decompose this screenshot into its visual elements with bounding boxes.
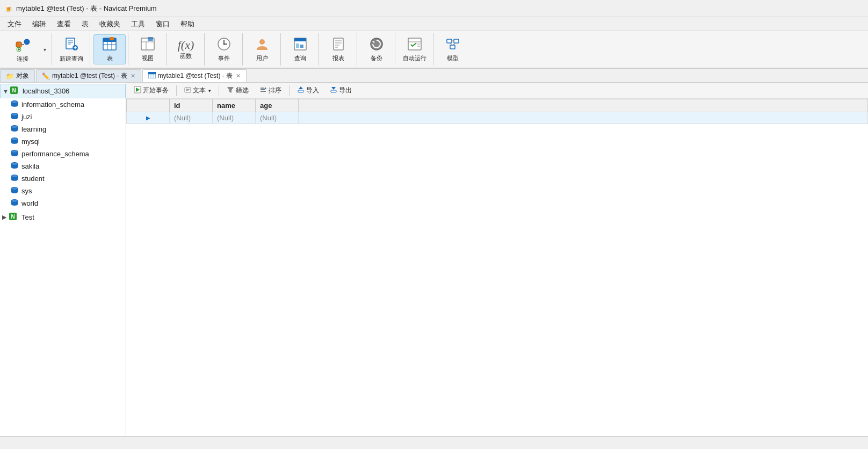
sort-icon: [259, 86, 267, 95]
toolbar-backup-button[interactable]: 备份: [360, 34, 393, 64]
menu-table[interactable]: 表: [76, 18, 94, 30]
toolbar-model-button[interactable]: 模型: [437, 34, 469, 64]
export-icon: [330, 86, 337, 95]
menu-bar: 文件 编辑 查看 表 收藏夹 工具 窗口 帮助: [0, 17, 868, 31]
test-label: Test: [21, 213, 34, 221]
db-label-student: student: [21, 175, 45, 183]
column-header-id[interactable]: id: [170, 99, 213, 112]
svg-marker-87: [299, 86, 303, 89]
import-icon: [297, 86, 305, 95]
view-label: 视图: [142, 54, 154, 62]
tab-objects-label: 对象: [16, 71, 29, 81]
svg-rect-86: [298, 90, 303, 92]
sidebar-db-information_schema[interactable]: information_schema: [0, 98, 126, 111]
connect-label: 连接: [17, 55, 28, 63]
text-button[interactable]: 文本 ▾: [180, 85, 215, 96]
connect-icon: [15, 37, 30, 54]
toolbar-separator-1: [176, 85, 177, 96]
sidebar-db-performance_schema[interactable]: performance_schema: [0, 148, 126, 160]
cell-name[interactable]: (Null): [213, 112, 256, 124]
db-label-learning: learning: [21, 125, 46, 133]
menu-file[interactable]: 文件: [2, 18, 27, 30]
sidebar-db-mysql[interactable]: mysql: [0, 135, 126, 148]
empty-cell: [299, 112, 868, 124]
toolbar-user-button[interactable]: 用户: [246, 34, 278, 64]
filter-button[interactable]: 筛选: [222, 85, 253, 96]
toolbar-connect-button[interactable]: 连接: [6, 34, 39, 64]
tab-data-label: mytable1 @test (Test) - 表: [158, 71, 233, 81]
data-tab-close[interactable]: ✕: [236, 73, 241, 79]
toolbar-group-query: 查询: [282, 33, 319, 66]
svg-point-65: [11, 150, 18, 153]
toolbar-table-button[interactable]: 表: [93, 34, 126, 64]
column-header-name[interactable]: name: [213, 99, 256, 112]
sidebar-db-sakila[interactable]: sakila: [0, 160, 126, 172]
import-button[interactable]: 导入: [293, 85, 323, 96]
connect-dropdown[interactable]: ▾: [40, 34, 49, 64]
svg-rect-32: [334, 38, 343, 50]
menu-favorites[interactable]: 收藏夹: [94, 18, 126, 30]
db-label-performance_schema: performance_schema: [21, 150, 89, 158]
begin-transaction-icon: [134, 86, 141, 95]
svg-marker-81: [227, 87, 234, 93]
toolbar-event-button[interactable]: 事件: [208, 34, 240, 64]
db-icon-student: [11, 174, 18, 183]
menu-tools[interactable]: 工具: [126, 18, 150, 30]
svg-point-67: [11, 163, 18, 165]
backup-label: 备份: [371, 54, 382, 62]
svg-point-73: [11, 200, 18, 202]
toolbar-function-button[interactable]: f(x) 函数: [170, 34, 202, 64]
table-row[interactable]: ▶ (Null) (Null) (Null): [127, 112, 868, 124]
db-label-information_schema: information_schema: [21, 100, 84, 108]
design-tab-close[interactable]: ✕: [131, 73, 135, 79]
backup-icon: [370, 37, 384, 53]
cell-age[interactable]: (Null): [256, 112, 299, 124]
menu-view[interactable]: 查看: [52, 18, 76, 30]
tab-design-label: mytable1 @test (Test) - 表: [52, 71, 127, 81]
content-area: 开始事务 文本 ▾: [126, 83, 868, 449]
toolbar-query-button[interactable]: 查询: [284, 34, 316, 64]
tab-mytable1-data[interactable]: mytable1 @test (Test) - 表 ✕: [142, 69, 247, 82]
toolbar-autorun-button[interactable]: 自动运行: [399, 34, 431, 64]
sort-label: 排序: [269, 86, 281, 95]
expand-localhost-icon: ▼: [3, 88, 9, 95]
sidebar-db-world[interactable]: world: [0, 197, 126, 209]
sidebar-db-student[interactable]: student: [0, 172, 126, 185]
sidebar-db-juzi[interactable]: juzi: [0, 111, 126, 123]
toolbar-group-table: 表: [91, 33, 128, 66]
model-icon: [446, 37, 460, 53]
export-label: 导出: [339, 86, 352, 95]
sidebar-connection-test[interactable]: ▶ N Test: [0, 211, 126, 224]
begin-transaction-button[interactable]: 开始事务: [129, 85, 173, 96]
column-header-age[interactable]: age: [256, 99, 299, 112]
status-bar: [0, 436, 868, 449]
db-icon-learning: [11, 125, 18, 134]
toolbar-newquery-button[interactable]: 新建查询: [55, 34, 88, 64]
table-area[interactable]: id name age ▶ (Null) (Null) (Null): [126, 99, 868, 449]
menu-help[interactable]: 帮助: [175, 18, 200, 30]
sidebar-db-sys[interactable]: sys: [0, 185, 126, 197]
text-icon: [184, 86, 191, 95]
model-label: 模型: [447, 54, 459, 62]
toolbar: 连接 ▾ 新建查询: [0, 31, 868, 69]
sidebar-connection-localhost[interactable]: ▼ N localhost_3306: [0, 84, 126, 98]
event-label: 事件: [218, 54, 230, 62]
export-button[interactable]: 导出: [326, 85, 356, 96]
sort-button[interactable]: 排序: [255, 85, 286, 96]
cell-id[interactable]: (Null): [170, 112, 213, 124]
sidebar-db-learning[interactable]: learning: [0, 123, 126, 135]
svg-point-3: [18, 48, 20, 50]
tab-objects[interactable]: 📁 对象: [0, 69, 35, 82]
menu-window[interactable]: 窗口: [150, 18, 175, 30]
text-label: 文本: [193, 86, 206, 95]
menu-edit[interactable]: 编辑: [27, 18, 52, 30]
text-dropdown-icon[interactable]: ▾: [208, 88, 211, 93]
svg-rect-45: [450, 45, 455, 49]
toolbar-view-button[interactable]: 视图: [132, 34, 164, 64]
toolbar-group-event: 事件: [206, 33, 243, 66]
tab-mytable1-design[interactable]: ✏️ mytable1 @test (Test) - 表 ✕: [36, 69, 141, 82]
main-layout: ▼ N localhost_3306 information_schema: [0, 83, 868, 449]
newquery-label: 新建查询: [60, 55, 83, 63]
svg-point-61: [11, 126, 18, 128]
toolbar-report-button[interactable]: 报表: [322, 34, 355, 64]
